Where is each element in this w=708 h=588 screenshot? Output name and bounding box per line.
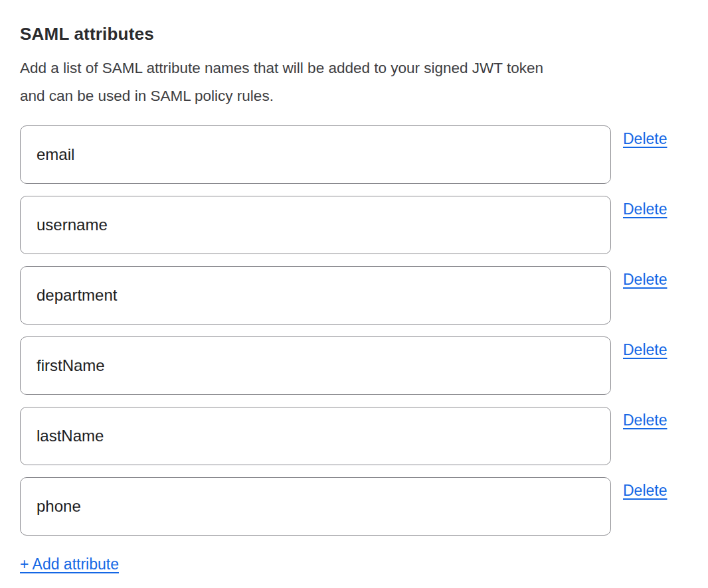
- attribute-input[interactable]: [20, 125, 611, 184]
- section-description: Add a list of SAML attribute names that …: [20, 54, 684, 110]
- attribute-input[interactable]: [20, 407, 611, 465]
- attribute-row: Delete: [20, 407, 688, 465]
- section-description-line-2: and can be used in SAML policy rules.: [20, 88, 274, 104]
- delete-attribute-link[interactable]: Delete: [623, 130, 667, 148]
- delete-attribute-link[interactable]: Delete: [623, 341, 667, 359]
- delete-attribute-link[interactable]: Delete: [623, 411, 667, 429]
- attribute-row: Delete: [20, 266, 688, 325]
- attribute-input[interactable]: [20, 266, 611, 325]
- delete-attribute-link[interactable]: Delete: [623, 200, 667, 218]
- attribute-row: Delete: [20, 477, 688, 536]
- attribute-row: Delete: [20, 336, 688, 395]
- section-description-line-1: Add a list of SAML attribute names that …: [20, 60, 543, 76]
- delete-attribute-link[interactable]: Delete: [623, 482, 667, 500]
- delete-attribute-link[interactable]: Delete: [623, 271, 667, 289]
- saml-attributes-section: SAML attributes Add a list of SAML attri…: [0, 0, 708, 573]
- page: SAML attributes Add a list of SAML attri…: [0, 0, 708, 588]
- attribute-rows: Delete Delete Delete Delete Delete Delet…: [20, 125, 688, 536]
- attribute-row: Delete: [20, 125, 688, 184]
- attribute-input[interactable]: [20, 336, 611, 395]
- attribute-row: Delete: [20, 196, 688, 254]
- add-attribute-link[interactable]: + Add attribute: [20, 555, 119, 573]
- section-title: SAML attributes: [20, 24, 688, 44]
- attribute-input[interactable]: [20, 477, 611, 536]
- attribute-input[interactable]: [20, 196, 611, 254]
